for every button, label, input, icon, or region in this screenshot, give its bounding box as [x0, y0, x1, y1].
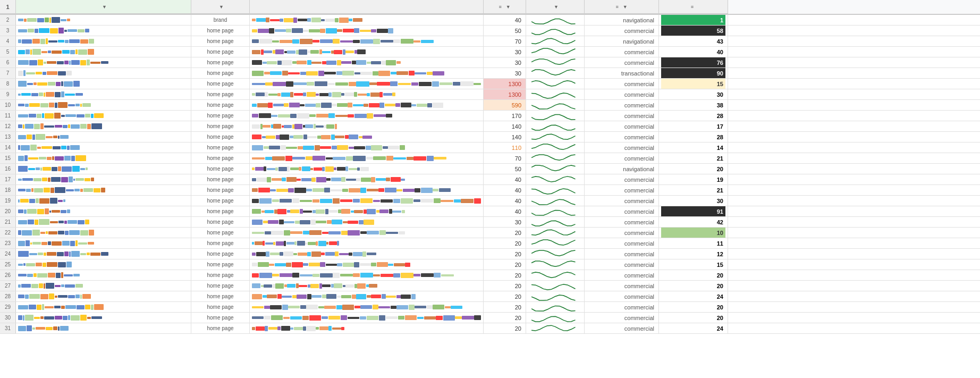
cell-seasonality [526, 100, 585, 110]
cell-volume: 110 [484, 142, 526, 153]
cell-position: 28 [659, 132, 728, 142]
cell-volume: 20 [484, 291, 526, 301]
table-row[interactable]: 10 home page 590 commercial 38 [0, 100, 980, 111]
filter-icon-b[interactable]: ▼ [219, 4, 224, 10]
cell-position: 15 [659, 79, 728, 89]
col-header-a[interactable]: ▼ [16, 0, 191, 14]
table-row[interactable]: 26 home page 20 commercial 20 [0, 270, 980, 281]
table-row[interactable]: 8 home page 1300 commercial 15 [0, 79, 980, 89]
cell-seasonality [526, 259, 585, 270]
cell-volume: 30 [484, 217, 526, 227]
filter-icon-d[interactable]: ≡ [499, 4, 501, 10]
col-header-f[interactable]: ≡ ▼ [585, 0, 659, 14]
table-row[interactable]: 12 home page 140 commercial 17 [0, 121, 980, 132]
cell-seasonality [526, 238, 585, 248]
table-row[interactable]: 24 home page 20 commercial 12 [0, 249, 980, 259]
table-row[interactable]: 20 home page 40 commercial 91 [0, 206, 980, 217]
cell-seasonality [526, 302, 585, 312]
cell-intent: commercial [585, 185, 659, 195]
cell-volume: 40 [484, 185, 526, 195]
cell-url [250, 111, 484, 121]
filter-icon-a[interactable]: ▼ [102, 4, 107, 10]
cell-intent: commercial [585, 100, 659, 110]
col-header-e[interactable]: ▼ [526, 0, 585, 14]
cell-volume: 30 [484, 68, 526, 78]
table-row[interactable]: 15 home page 70 commercial 21 [0, 153, 980, 164]
row-number: 8 [0, 79, 16, 89]
row-number: 20 [0, 206, 16, 216]
cell-position: 10 [659, 228, 728, 238]
row-number: 5 [0, 47, 16, 57]
cell-category: home page [191, 302, 250, 312]
filter-icon-e[interactable]: ▼ [554, 4, 559, 10]
cell-keyword [16, 79, 191, 89]
cell-volume: 1300 [484, 89, 526, 99]
cell-category: home page [191, 47, 250, 57]
cell-url [250, 164, 484, 174]
sort-icon-d[interactable]: ▼ [506, 4, 511, 10]
col-header-d[interactable]: ≡ ▼ [484, 0, 526, 14]
cell-volume: 40 [484, 206, 526, 216]
cell-seasonality [526, 206, 585, 216]
table-row[interactable]: 25 home page 20 commercial 15 [0, 259, 980, 270]
table-row[interactable]: 14 home page 110 commercial 14 [0, 142, 980, 153]
table-row[interactable]: 22 home page 20 commercial 10 [0, 228, 980, 238]
cell-url [250, 291, 484, 301]
table-row[interactable]: 28 home page 20 commercial 24 [0, 291, 980, 302]
row-number: 31 [0, 323, 16, 333]
cell-intent: commercial [585, 142, 659, 153]
cell-position: 14 [659, 142, 728, 153]
cell-url [250, 259, 484, 270]
table-row[interactable]: 23 home page 20 commercial 11 [0, 238, 980, 249]
cell-category: home page [191, 89, 250, 99]
row-number: 4 [0, 36, 16, 46]
table-row[interactable]: 16 home page 50 navigational 20 [0, 164, 980, 174]
cell-keyword [16, 206, 191, 216]
table-row[interactable]: 11 home page 170 commercial 28 [0, 111, 980, 121]
cell-keyword [16, 323, 191, 333]
table-row[interactable]: 6 home page 30 commercial 76 [0, 57, 980, 68]
table-row[interactable]: 21 home page 30 commercial 42 [0, 217, 980, 228]
cell-volume: 50 [484, 26, 526, 36]
table-row[interactable]: 2 brand 40 navigational 1 [0, 15, 980, 26]
cell-category: home page [191, 174, 250, 184]
table-row[interactable]: 5 home page 30 commercial 40 [0, 47, 980, 57]
cell-seasonality [526, 313, 585, 323]
filter-icon-g[interactable]: ≡ [691, 4, 694, 10]
cell-position: 21 [659, 153, 728, 163]
cell-position: 91 [659, 206, 728, 216]
cell-keyword [16, 164, 191, 174]
cell-url [250, 323, 484, 333]
table-row[interactable]: 27 home page 20 commercial 20 [0, 281, 980, 291]
table-row[interactable]: 29 home page 20 commercial 20 [0, 302, 980, 313]
cell-keyword [16, 217, 191, 227]
cell-volume: 40 [484, 174, 526, 184]
table-row[interactable]: 17 home page 40 commercial 19 [0, 174, 980, 185]
row-number: 30 [0, 313, 16, 323]
filter-icon-f[interactable]: ≡ [615, 4, 618, 10]
table-row[interactable]: 9 home page 1300 commercial 30 [0, 89, 980, 100]
col-header-g[interactable]: ≡ [659, 0, 728, 14]
cell-url [250, 26, 484, 36]
table-row[interactable]: 3 home page 50 commercial 58 [0, 26, 980, 36]
col-header-b[interactable]: ▼ [191, 0, 250, 14]
table-row[interactable]: 31 home page 20 commercial 24 [0, 323, 980, 334]
table-row[interactable]: 30 home page 20 commercial 20 [0, 313, 980, 323]
cell-intent: commercial [585, 281, 659, 291]
table-row[interactable]: 7 home page 30 transactional 90 [0, 68, 980, 79]
cell-url [250, 206, 484, 216]
row-number: 27 [0, 281, 16, 291]
cell-url [250, 15, 484, 25]
table-row[interactable]: 19 home page 40 commercial 30 [0, 196, 980, 206]
sort-icon-f[interactable]: ▼ [623, 4, 628, 10]
cell-category: home page [191, 291, 250, 301]
cell-category: home page [191, 249, 250, 259]
col-header-c[interactable] [250, 0, 484, 14]
row-number: 10 [0, 100, 16, 110]
cell-position: 43 [659, 36, 728, 46]
table-row[interactable]: 18 home page 40 commercial 21 [0, 185, 980, 196]
table-row[interactable]: 4 home page 70 navigational 43 [0, 36, 980, 47]
cell-position: 40 [659, 47, 728, 57]
cell-keyword [16, 111, 191, 121]
table-row[interactable]: 13 home page 140 commercial 28 [0, 132, 980, 142]
